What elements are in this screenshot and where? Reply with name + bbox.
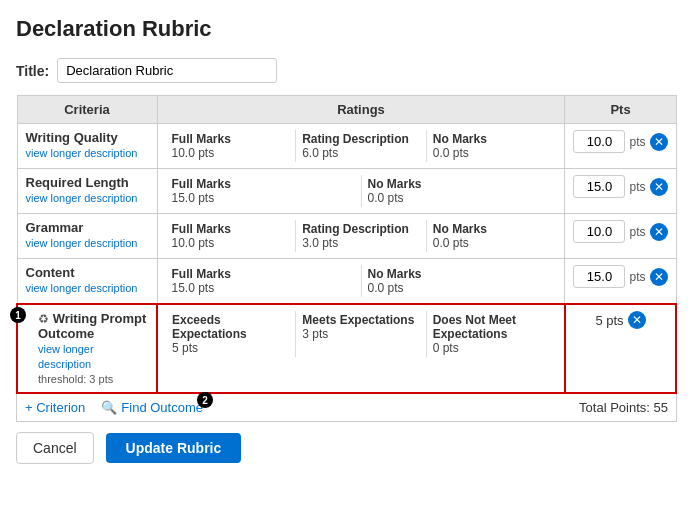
rating-item: Does Not Meet Expectations0 pts xyxy=(427,311,556,357)
rating-pts: 15.0 pts xyxy=(172,191,355,205)
rating-item: Meets Expectations3 pts xyxy=(296,311,426,357)
title-field-label: Title: xyxy=(16,63,49,79)
pts-input[interactable] xyxy=(573,220,625,243)
table-row: 1♻ Writing Prompt Outcomeview longer des… xyxy=(17,304,676,393)
view-longer-link[interactable]: view longer description xyxy=(26,237,138,249)
title-input[interactable] xyxy=(57,58,277,83)
ratings-cell-grammar: Full Marks10.0 ptsRating Description3.0 … xyxy=(157,214,565,259)
find-outcome-button[interactable]: 🔍 Find Outcome 2 xyxy=(101,400,203,415)
rating-item: Full Marks10.0 pts xyxy=(166,220,297,252)
pts-input-wrap: pts✕ xyxy=(573,265,667,288)
search-icon: 🔍 xyxy=(101,400,117,415)
table-row: Grammarview longer descriptionFull Marks… xyxy=(17,214,676,259)
outcome-badge-writing-prompt-outcome: 1 xyxy=(10,307,26,323)
pts-label: pts xyxy=(629,270,645,284)
ratings-cell-writing-prompt-outcome: Exceeds Expectations5 ptsMeets Expectati… xyxy=(157,304,565,393)
rating-label: Full Marks xyxy=(172,222,290,236)
criteria-name: Writing Prompt Outcome xyxy=(38,311,146,341)
cancel-button[interactable]: Cancel xyxy=(16,432,94,464)
rating-label: No Marks xyxy=(368,267,551,281)
criteria-cell-required-length: Required Lengthview longer description xyxy=(17,169,157,214)
criteria-name: Grammar xyxy=(26,220,84,235)
rating-label: Full Marks xyxy=(172,267,355,281)
table-footer: + Criterion 🔍 Find Outcome 2 Total Point… xyxy=(16,394,677,422)
view-longer-link[interactable]: view longer description xyxy=(26,147,138,159)
delete-criterion-button[interactable]: ✕ xyxy=(628,311,646,329)
rating-pts: 5 pts xyxy=(172,341,289,355)
pts-input-wrap: pts✕ xyxy=(573,130,667,153)
ratings-header: Ratings xyxy=(157,96,565,124)
rating-label: Full Marks xyxy=(172,177,355,191)
total-points: Total Points: 55 xyxy=(579,400,668,415)
pts-input-wrap: 5 pts✕ xyxy=(574,311,667,329)
total-pts-label: Total Points: xyxy=(579,400,650,415)
rating-pts: 0.0 pts xyxy=(368,281,551,295)
find-outcome-badge: 2 xyxy=(197,392,213,408)
rating-pts: 3.0 pts xyxy=(302,236,420,250)
rating-label: Rating Description xyxy=(302,222,420,236)
criteria-name: Writing Quality xyxy=(26,130,118,145)
rating-item: Full Marks15.0 pts xyxy=(166,175,362,207)
total-pts-value: 55 xyxy=(654,400,668,415)
find-outcome-label: Find Outcome xyxy=(121,400,203,415)
criteria-name: Required Length xyxy=(26,175,129,190)
delete-criterion-button[interactable]: ✕ xyxy=(650,223,668,241)
criteria-cell-grammar: Grammarview longer description xyxy=(17,214,157,259)
outcome-icon: ♻ xyxy=(38,312,49,326)
criteria-header: Criteria xyxy=(17,96,157,124)
pts-cell-writing-quality: pts✕ xyxy=(565,124,676,169)
pts-input[interactable] xyxy=(573,265,625,288)
table-row: Required Lengthview longer descriptionFu… xyxy=(17,169,676,214)
pts-cell-writing-prompt-outcome: 5 pts✕ xyxy=(565,304,676,393)
pts-header: Pts xyxy=(565,96,676,124)
add-criterion-button[interactable]: + Criterion xyxy=(25,400,85,415)
delete-criterion-button[interactable]: ✕ xyxy=(650,268,668,286)
rating-item: Rating Description6.0 pts xyxy=(296,130,427,162)
view-longer-link[interactable]: view longer description xyxy=(26,282,138,294)
rating-item: No Marks0.0 pts xyxy=(427,220,557,252)
rating-pts: 10.0 pts xyxy=(172,236,290,250)
rating-pts: 0 pts xyxy=(433,341,550,355)
rating-item: Exceeds Expectations5 pts xyxy=(166,311,296,357)
pts-label: pts xyxy=(629,135,645,149)
ratings-cell-content: Full Marks15.0 ptsNo Marks0.0 pts xyxy=(157,259,565,305)
title-row: Title: xyxy=(16,58,677,83)
rating-label: No Marks xyxy=(433,222,551,236)
view-longer-link[interactable]: view longer description xyxy=(26,192,138,204)
rating-item: No Marks0.0 pts xyxy=(362,265,557,297)
rubric-table: Criteria Ratings Pts Writing Qualityview… xyxy=(16,95,677,394)
rating-pts: 0.0 pts xyxy=(433,236,551,250)
rating-label: Does Not Meet Expectations xyxy=(433,313,550,341)
page-title: Declaration Rubric xyxy=(16,16,677,42)
rating-label: No Marks xyxy=(368,177,551,191)
pts-input[interactable] xyxy=(573,130,625,153)
rating-pts: 6.0 pts xyxy=(302,146,420,160)
pts-cell-required-length: pts✕ xyxy=(565,169,676,214)
rating-label: Meets Expectations xyxy=(302,313,419,327)
delete-criterion-button[interactable]: ✕ xyxy=(650,133,668,151)
rating-item: No Marks0.0 pts xyxy=(362,175,557,207)
rating-item: Rating Description3.0 pts xyxy=(296,220,427,252)
pts-input-wrap: pts✕ xyxy=(573,220,667,243)
update-rubric-button[interactable]: Update Rubric xyxy=(106,433,242,463)
footer-left: + Criterion 🔍 Find Outcome 2 xyxy=(25,400,203,415)
table-row: Writing Qualityview longer descriptionFu… xyxy=(17,124,676,169)
rating-pts: 0.0 pts xyxy=(433,146,551,160)
pts-cell-content: pts✕ xyxy=(565,259,676,305)
criteria-cell-writing-prompt-outcome: 1♻ Writing Prompt Outcomeview longer des… xyxy=(17,304,157,393)
pts-input-wrap: pts✕ xyxy=(573,175,667,198)
view-longer-link[interactable]: view longer description xyxy=(38,343,94,370)
ratings-cell-required-length: Full Marks15.0 ptsNo Marks0.0 pts xyxy=(157,169,565,214)
pts-input[interactable] xyxy=(573,175,625,198)
table-row: Contentview longer descriptionFull Marks… xyxy=(17,259,676,305)
criteria-cell-content: Contentview longer description xyxy=(17,259,157,305)
criteria-name: Content xyxy=(26,265,75,280)
rating-item: Full Marks10.0 pts xyxy=(166,130,297,162)
action-row: Cancel Update Rubric xyxy=(16,432,677,464)
delete-criterion-button[interactable]: ✕ xyxy=(650,178,668,196)
rating-label: Rating Description xyxy=(302,132,420,146)
rating-item: No Marks0.0 pts xyxy=(427,130,557,162)
rating-label: No Marks xyxy=(433,132,551,146)
pts-label: pts xyxy=(629,225,645,239)
rating-label: Exceeds Expectations xyxy=(172,313,289,341)
